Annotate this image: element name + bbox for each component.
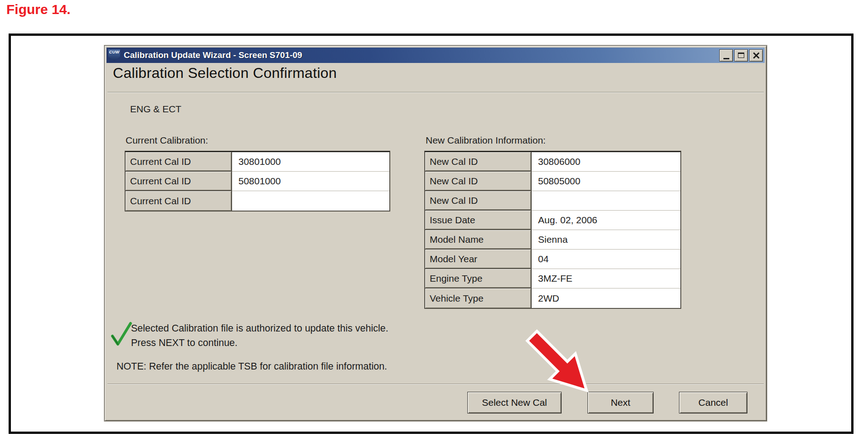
- table-row: Vehicle Type 2WD: [425, 288, 680, 308]
- close-button[interactable]: [749, 49, 763, 62]
- row-value-cell: Sienna: [532, 230, 680, 250]
- window-controls: [719, 49, 763, 62]
- row-value-cell: [532, 191, 680, 211]
- row-value-cell: 30801000: [232, 152, 389, 172]
- status-message-line2: Press NEXT to continue.: [131, 337, 238, 349]
- table-row: New Cal ID 50805000: [425, 172, 680, 191]
- cuw-logo-icon: CUW: [108, 49, 120, 61]
- row-label-cell: Issue Date: [425, 211, 532, 230]
- table-row: New Cal ID: [425, 191, 680, 211]
- table-row: New Cal ID 30806000: [425, 152, 680, 172]
- row-label-cell: Current Cal ID: [126, 152, 232, 172]
- row-value-cell: Aug. 02, 2006: [532, 211, 680, 230]
- table-row: Engine Type 3MZ-FE: [425, 269, 680, 288]
- document-page: Figure 14. CUW Calibration Update Wizard…: [0, 0, 868, 447]
- table-row: Current Cal ID 30801000: [126, 152, 389, 172]
- select-new-cal-button[interactable]: Select New Cal: [467, 392, 562, 413]
- minimize-button[interactable]: [719, 49, 733, 62]
- table-row: Issue Date Aug. 02, 2006: [425, 211, 680, 230]
- row-value-cell: [232, 191, 389, 211]
- current-calibration-table: Current Cal ID 30801000 Current Cal ID 5…: [125, 151, 390, 211]
- current-calibration-label: Current Calibration:: [126, 135, 208, 146]
- row-label-cell: New Cal ID: [425, 152, 532, 172]
- calibration-update-wizard-window: CUW Calibration Update Wizard - Screen S…: [104, 45, 767, 421]
- green-checkmark-icon: [110, 321, 133, 346]
- row-label-cell: New Cal ID: [425, 191, 532, 211]
- figure-label: Figure 14.: [6, 2, 71, 17]
- new-calibration-table: New Cal ID 30806000 New Cal ID 50805000 …: [424, 151, 681, 309]
- minimize-icon: [723, 58, 729, 59]
- row-label-cell: Current Cal ID: [126, 191, 232, 211]
- next-button[interactable]: Next: [587, 392, 654, 413]
- note-text: NOTE: Refer the applicable TSB for calib…: [116, 361, 387, 372]
- table-row: Model Year 04: [425, 250, 680, 269]
- close-icon: [753, 52, 760, 59]
- row-label-cell: Engine Type: [425, 269, 532, 288]
- row-value-cell: 3MZ-FE: [532, 269, 680, 288]
- title-bar[interactable]: CUW Calibration Update Wizard - Screen S…: [107, 48, 765, 63]
- row-label-cell: Model Name: [425, 230, 532, 250]
- table-row: Current Cal ID: [126, 191, 389, 211]
- status-message-line1: Selected Calibration file is authorized …: [131, 323, 388, 334]
- button-row-divider: [107, 384, 764, 385]
- ecu-type-label: ENG & ECT: [130, 104, 181, 115]
- maximize-button[interactable]: [734, 49, 748, 62]
- window-title: Calibration Update Wizard - Screen S701-…: [124, 50, 302, 60]
- row-value-cell: 50801000: [232, 172, 389, 191]
- row-label-cell: Vehicle Type: [425, 288, 532, 308]
- row-value-cell: 30806000: [532, 152, 680, 172]
- row-value-cell: 50805000: [532, 172, 680, 191]
- heading-divider: [107, 92, 764, 93]
- cancel-button[interactable]: Cancel: [679, 392, 747, 413]
- row-label-cell: New Cal ID: [425, 172, 532, 191]
- table-row: Model Name Sienna: [425, 230, 680, 250]
- table-row: Current Cal ID 50801000: [126, 172, 389, 191]
- row-label-cell: Model Year: [425, 250, 532, 269]
- row-value-cell: 04: [532, 250, 680, 269]
- maximize-icon: [738, 53, 744, 58]
- row-label-cell: Current Cal ID: [126, 172, 232, 191]
- screen-heading: Calibration Selection Confirmation: [113, 65, 337, 82]
- cuw-logo-text: CUW: [109, 49, 120, 55]
- row-value-cell: 2WD: [532, 288, 680, 308]
- new-calibration-label: New Calibration Information:: [426, 135, 546, 146]
